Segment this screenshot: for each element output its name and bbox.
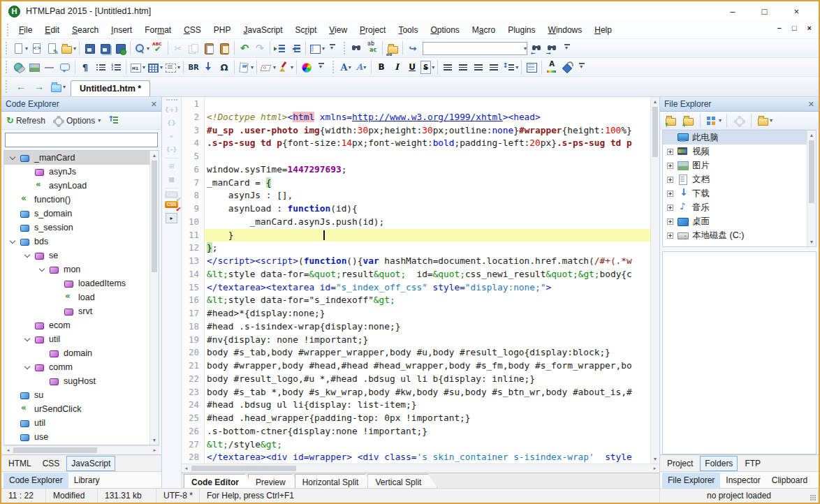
tree-item-se[interactable]: se bbox=[4, 249, 159, 262]
scroll-down-icon[interactable]: ▼ bbox=[150, 436, 159, 445]
find-button[interactable]: ▾ bbox=[133, 40, 150, 57]
scroll-up-icon[interactable]: ▲ bbox=[651, 97, 659, 106]
ordered-list-button[interactable] bbox=[108, 59, 124, 75]
file-tree-item[interactable]: 文档 bbox=[663, 172, 816, 186]
scroll-left-icon[interactable]: ◂ bbox=[182, 466, 191, 471]
code-explorer-tree[interactable]: _manCardasynJsasynLoadfunction()s_domain… bbox=[3, 150, 159, 445]
expand-plus-icon[interactable] bbox=[667, 232, 673, 239]
menu-help[interactable]: Help bbox=[588, 22, 618, 38]
save-all-button[interactable] bbox=[97, 40, 112, 57]
unordered-list-button[interactable] bbox=[93, 59, 108, 75]
file-tree-vscrollbar[interactable]: ▲▼ bbox=[807, 131, 816, 246]
file-tree-item[interactable]: 下载 bbox=[663, 186, 816, 200]
scroll-right-icon[interactable]: ▸ bbox=[150, 447, 159, 453]
menu-insert[interactable]: Insert bbox=[105, 22, 138, 38]
tab-horizontal-split[interactable]: Horizontal Split bbox=[295, 474, 375, 488]
highlight-color-button[interactable] bbox=[559, 59, 575, 75]
code-explorer-filter-input[interactable] bbox=[5, 133, 158, 147]
tab-file-explorer[interactable]: File Explorer bbox=[662, 473, 720, 488]
font-face-dropdown-icon[interactable]: ▾ bbox=[349, 64, 351, 71]
undo-button[interactable]: ↶ bbox=[237, 40, 252, 57]
menu-windows[interactable]: Windows bbox=[542, 22, 589, 38]
font-size-dropdown-icon[interactable]: ▾ bbox=[363, 64, 366, 71]
chevron-down-icon[interactable] bbox=[22, 334, 34, 345]
heading-dropdown-icon[interactable]: ▾ bbox=[142, 64, 145, 71]
line-spacing-button[interactable]: ▾ bbox=[501, 59, 519, 75]
tag-wizard-dropdown-icon[interactable]: ▾ bbox=[251, 64, 254, 71]
tree-item-_manCard[interactable]: _manCard bbox=[4, 151, 159, 165]
toolbar-overflow-button[interactable] bbox=[325, 40, 341, 57]
chevron-down-icon[interactable] bbox=[36, 264, 48, 275]
tab-project[interactable]: Project bbox=[663, 457, 697, 470]
tab-css[interactable]: CSS bbox=[38, 457, 64, 470]
find-in-files-button[interactable]: oo bbox=[385, 40, 400, 57]
tree-item-load[interactable]: load bbox=[4, 290, 159, 304]
file-tree-item[interactable]: 视频 bbox=[663, 144, 816, 158]
font-color-button[interactable] bbox=[544, 59, 559, 75]
hscroll-thumb[interactable] bbox=[191, 466, 296, 471]
menu-tools[interactable]: Tools bbox=[392, 22, 424, 38]
chevron-down-icon[interactable] bbox=[22, 250, 34, 261]
code-cleanup-dropdown-icon[interactable]: ▾ bbox=[291, 64, 293, 71]
file-tree-item[interactable]: 桌面 bbox=[663, 214, 816, 228]
scroll-down-icon[interactable]: ▼ bbox=[651, 454, 659, 464]
align-justify-button[interactable] bbox=[486, 59, 501, 75]
collapse-panel-button[interactable]: ▸ bbox=[166, 213, 177, 223]
scroll-down-icon[interactable]: ▼ bbox=[807, 237, 816, 246]
menu-css[interactable]: CSS bbox=[177, 22, 207, 38]
tab-ftp[interactable]: FTP bbox=[740, 457, 765, 470]
tree-item-urSendClick[interactable]: urSendClick bbox=[4, 402, 159, 416]
find-next-button[interactable]: → bbox=[545, 40, 560, 57]
insert-table-dropdown-icon[interactable]: ▾ bbox=[160, 64, 163, 71]
menu-script[interactable]: Script bbox=[289, 22, 323, 38]
tree-item-domain[interactable]: domain bbox=[4, 346, 159, 360]
open-file-button[interactable]: ▾ bbox=[59, 40, 77, 57]
search-term-combobox[interactable]: ▾ bbox=[423, 42, 527, 55]
save-button[interactable] bbox=[82, 40, 97, 57]
non-breaking-space-button[interactable] bbox=[201, 59, 217, 75]
file-explorer-close-icon[interactable]: ✕ bbox=[808, 100, 814, 109]
tree-item-function[interactable]: function() bbox=[4, 193, 159, 207]
tab-library[interactable]: Library bbox=[68, 473, 105, 488]
insert-comment-button[interactable] bbox=[57, 59, 73, 75]
css-style-box-button[interactable] bbox=[524, 59, 539, 75]
spell-check-button[interactable] bbox=[150, 40, 166, 57]
tab-preview[interactable]: Preview bbox=[248, 474, 302, 488]
replace-dialog-button[interactable] bbox=[365, 40, 380, 57]
code-cleanup-button[interactable]: ▾ bbox=[277, 59, 294, 75]
tab-inspector[interactable]: Inspector bbox=[720, 473, 766, 488]
file-tree-item[interactable]: 图片 bbox=[663, 158, 816, 172]
expand-plus-icon[interactable] bbox=[667, 191, 673, 197]
menu-view[interactable]: View bbox=[323, 22, 353, 38]
align-right-button[interactable] bbox=[471, 59, 486, 75]
insert-div-button[interactable]: ▾ bbox=[163, 59, 181, 75]
color-picker-button[interactable] bbox=[299, 59, 314, 75]
scroll-up-icon[interactable]: ▲ bbox=[150, 151, 159, 160]
code-tree-vscrollbar[interactable]: ▲▼ bbox=[149, 151, 159, 445]
menu-macro[interactable]: Macro bbox=[466, 22, 501, 38]
tab-folders[interactable]: Folders bbox=[700, 456, 738, 471]
tree-item-util[interactable]: util bbox=[4, 332, 159, 346]
tree-item-use[interactable]: use bbox=[4, 430, 159, 444]
indent-button[interactable] bbox=[272, 40, 288, 57]
menu-javascript[interactable]: JavaScript bbox=[237, 22, 289, 38]
new-document-button[interactable]: ▾ bbox=[11, 40, 29, 57]
menu-search[interactable]: Search bbox=[66, 22, 105, 38]
expand-plus-icon[interactable] bbox=[667, 163, 673, 169]
file-explorer-tree[interactable]: 此电脑视频图片文档下载音乐桌面本地磁盘 (C:)▲▼ bbox=[662, 130, 817, 247]
maximize-button[interactable]: □ bbox=[762, 6, 768, 17]
tree-item-s_domain[interactable]: s_domain bbox=[4, 207, 159, 221]
tree-item-sugHost[interactable]: sugHost bbox=[4, 374, 159, 388]
new-from-template-button[interactable] bbox=[29, 40, 44, 57]
tree-item-su[interactable]: su bbox=[4, 388, 159, 402]
folder-menu-dropdown-icon[interactable]: ▾ bbox=[770, 117, 773, 124]
tree-item-comm[interactable]: comm bbox=[4, 360, 159, 374]
options-button[interactable]: Options ▾ bbox=[50, 113, 103, 128]
chevron-down-icon[interactable] bbox=[7, 236, 19, 247]
tab-code-editor[interactable]: Code Editor bbox=[184, 474, 255, 488]
paste-button[interactable] bbox=[201, 40, 217, 57]
menu-options[interactable]: Options bbox=[424, 22, 465, 38]
mdi-restore-button[interactable]: □ bbox=[792, 24, 797, 32]
back-button[interactable]: ← bbox=[13, 81, 29, 92]
find-dialog-button[interactable] bbox=[349, 40, 365, 57]
